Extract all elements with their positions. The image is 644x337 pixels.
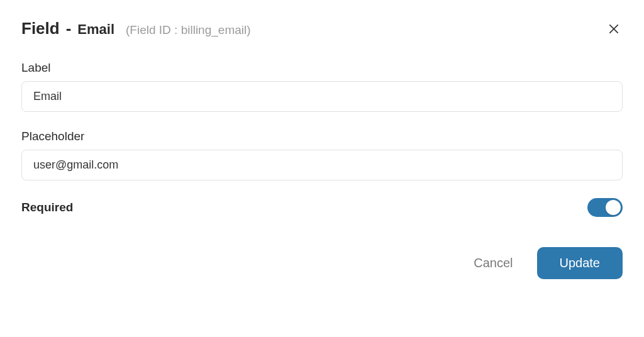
label-field-group: Label bbox=[21, 61, 623, 112]
title-prefix: Field bbox=[21, 19, 60, 38]
dialog-title: Field - Email (Field ID : billing_email) bbox=[21, 19, 251, 38]
title-secondary: Email bbox=[77, 21, 114, 38]
label-field-label: Label bbox=[21, 61, 623, 75]
dialog-header: Field - Email (Field ID : billing_email) bbox=[21, 19, 623, 38]
update-button[interactable]: Update bbox=[537, 247, 623, 279]
required-toggle[interactable] bbox=[587, 198, 623, 217]
close-button[interactable] bbox=[605, 20, 623, 38]
dialog-footer: Cancel Update bbox=[21, 247, 623, 279]
toggle-knob bbox=[606, 200, 621, 215]
required-field-group: Required bbox=[21, 198, 623, 217]
close-icon bbox=[608, 23, 620, 35]
label-input[interactable] bbox=[21, 81, 623, 112]
title-separator: - bbox=[66, 19, 72, 38]
required-label: Required bbox=[21, 201, 73, 214]
placeholder-input[interactable] bbox=[21, 150, 623, 180]
field-id-label: (Field ID : billing_email) bbox=[126, 23, 251, 37]
placeholder-field-label: Placeholder bbox=[21, 130, 623, 143]
cancel-button[interactable]: Cancel bbox=[471, 251, 515, 275]
placeholder-field-group: Placeholder bbox=[21, 130, 623, 180]
